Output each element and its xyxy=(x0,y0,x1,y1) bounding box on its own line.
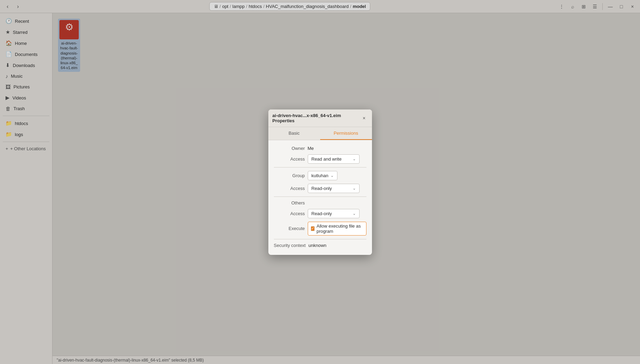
group-chevron: ⌄ xyxy=(331,173,334,178)
group-label: Group xyxy=(274,173,305,178)
dialog-tabs: Basic Permissions xyxy=(268,127,372,140)
others-access-label: Access xyxy=(274,211,305,216)
group-access-row: Access Read-only ⌄ xyxy=(274,184,366,193)
divider-3 xyxy=(274,239,366,239)
dialog-title: ai-driven-hvac...x-x86_64-v1.eim Propert… xyxy=(273,113,361,123)
dialog-titlebar: ai-driven-hvac...x-x86_64-v1.eim Propert… xyxy=(268,109,372,127)
owner-row: Owner Me xyxy=(274,146,366,151)
execute-row: Execute ✓ Allow executing file as progra… xyxy=(274,222,366,236)
execute-label: Execute xyxy=(274,226,305,231)
group-access-dropdown[interactable]: Read-only ⌄ xyxy=(308,184,360,193)
others-access-dropdown[interactable]: Read-only ⌄ xyxy=(308,209,360,218)
dialog-close-icon: × xyxy=(363,115,365,121)
divider-2 xyxy=(274,197,366,197)
security-context-label: Security context xyxy=(274,243,306,248)
owner-value: Me xyxy=(308,146,314,151)
owner-access-row: Access Read and write ⌄ xyxy=(274,154,366,164)
others-access-chevron: ⌄ xyxy=(353,211,356,216)
check-icon: ✓ xyxy=(311,226,314,231)
others-heading-row: Others xyxy=(274,200,366,205)
others-access-value: Read-only xyxy=(312,211,332,216)
divider-1 xyxy=(274,167,366,167)
group-access-label: Access xyxy=(274,186,305,191)
group-dropdown[interactable]: kutluhan ⌄ xyxy=(308,171,337,180)
modal-overlay: ai-driven-hvac...x-x86_64-v1.eim Propert… xyxy=(0,0,640,364)
owner-label: Owner xyxy=(274,146,305,151)
dialog-content: Owner Me Access Read and write ⌄ Group k… xyxy=(268,140,372,255)
security-row: Security context unknown xyxy=(274,243,366,248)
security-context-value: unknown xyxy=(308,243,326,248)
group-row: Group kutluhan ⌄ xyxy=(274,171,366,180)
owner-access-dropdown[interactable]: Read and write ⌄ xyxy=(308,154,360,164)
owner-access-label: Access xyxy=(274,156,305,162)
execute-checkbox[interactable]: ✓ xyxy=(311,226,315,231)
group-value: kutluhan xyxy=(312,173,328,178)
execute-checkbox-label: Allow executing file as program xyxy=(317,223,363,234)
others-label: Others xyxy=(274,200,305,205)
owner-access-chevron: ⌄ xyxy=(353,157,356,161)
group-access-value: Read-only xyxy=(312,186,332,191)
tab-permissions[interactable]: Permissions xyxy=(320,127,372,140)
tab-basic[interactable]: Basic xyxy=(268,127,320,140)
group-access-chevron: ⌄ xyxy=(353,186,356,191)
owner-access-value: Read and write xyxy=(312,156,342,162)
execute-checkbox-wrap[interactable]: ✓ Allow executing file as program xyxy=(308,222,366,236)
others-access-row: Access Read-only ⌄ xyxy=(274,209,366,218)
properties-dialog: ai-driven-hvac...x-x86_64-v1.eim Propert… xyxy=(268,109,372,255)
dialog-close-button[interactable]: × xyxy=(360,114,367,122)
